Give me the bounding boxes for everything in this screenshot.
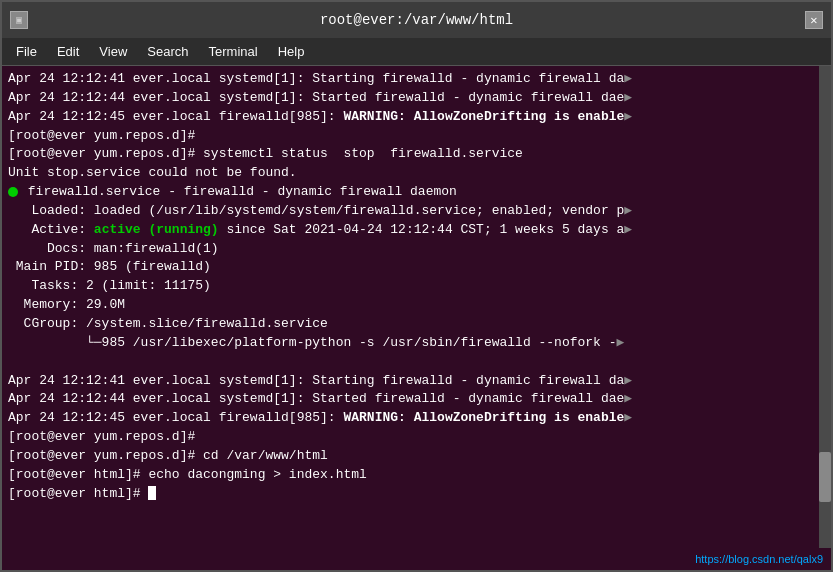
menu-help[interactable]: Help [268, 41, 315, 62]
terminal-line: Docs: man:firewalld(1) [8, 240, 825, 259]
terminal-line: Memory: 29.0M [8, 296, 825, 315]
menu-file[interactable]: File [6, 41, 47, 62]
terminal-line: Apr 24 12:12:44 ever.local systemd[1]: S… [8, 390, 825, 409]
status-link: https://blog.csdn.net/qalx9 [695, 553, 823, 565]
window-title: root@ever:/var/www/html [320, 12, 513, 28]
terminal-line: [root@ever yum.repos.d]# [8, 127, 825, 146]
menu-edit[interactable]: Edit [47, 41, 89, 62]
terminal-line: [root@ever html]# echo dacongming > inde… [8, 466, 825, 485]
cursor [148, 486, 156, 500]
title-bar: ▣ root@ever:/var/www/html ✕ [2, 2, 831, 38]
terminal-line: [root@ever yum.repos.d]# systemctl statu… [8, 145, 825, 164]
terminal-window: ▣ root@ever:/var/www/html ✕ File Edit Vi… [0, 0, 833, 572]
terminal-line-blank [8, 353, 825, 372]
terminal-line: [root@ever yum.repos.d]# cd /var/www/htm… [8, 447, 825, 466]
terminal-line: Apr 24 12:12:41 ever.local systemd[1]: S… [8, 372, 825, 391]
menu-bar: File Edit View Search Terminal Help [2, 38, 831, 66]
terminal-line: └─985 /usr/libexec/platform-python -s /u… [8, 334, 825, 353]
terminal-line: Loaded: loaded (/usr/lib/systemd/system/… [8, 202, 825, 221]
terminal-line-warn: Apr 24 12:12:45 ever.local firewalld[985… [8, 108, 825, 127]
terminal-icon: ▣ [10, 11, 28, 29]
terminal-line: CGroup: /system.slice/firewalld.service [8, 315, 825, 334]
terminal-line-dot: firewalld.service - firewalld - dynamic … [8, 183, 825, 202]
terminal-line: Apr 24 12:12:41 ever.local systemd[1]: S… [8, 70, 825, 89]
terminal-line: Unit stop.service could not be found. [8, 164, 825, 183]
scrollbar-thumb[interactable] [819, 452, 831, 502]
title-bar-left: ▣ [10, 11, 28, 29]
menu-terminal[interactable]: Terminal [199, 41, 268, 62]
terminal-line-warn2: Apr 24 12:12:45 ever.local firewalld[985… [8, 409, 825, 428]
terminal-input-line: [root@ever html]# [8, 485, 825, 504]
menu-view[interactable]: View [89, 41, 137, 62]
terminal-line: Apr 24 12:12:44 ever.local systemd[1]: S… [8, 89, 825, 108]
status-bar: https://blog.csdn.net/qalx9 [2, 548, 831, 570]
scrollbar[interactable] [819, 66, 831, 548]
menu-search[interactable]: Search [137, 41, 198, 62]
terminal-line-active: Active: active (running) since Sat 2021-… [8, 221, 825, 240]
close-button[interactable]: ✕ [805, 11, 823, 29]
terminal-output[interactable]: Apr 24 12:12:41 ever.local systemd[1]: S… [2, 66, 831, 548]
terminal-line: [root@ever yum.repos.d]# [8, 428, 825, 447]
status-dot [8, 187, 18, 197]
terminal-line: Main PID: 985 (firewalld) [8, 258, 825, 277]
terminal-line: Tasks: 2 (limit: 11175) [8, 277, 825, 296]
